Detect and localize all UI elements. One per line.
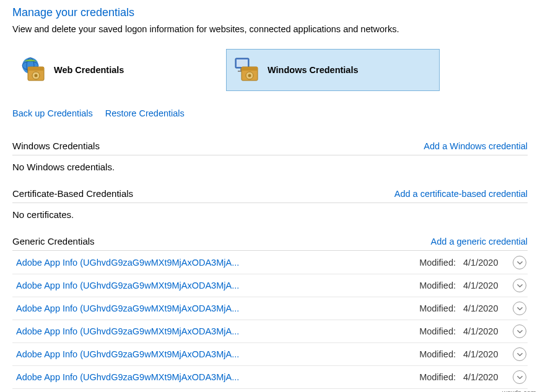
section-generic-credentials: Generic Credentials Add a generic creden… bbox=[12, 236, 528, 389]
expand-credential-button[interactable] bbox=[513, 370, 526, 384]
credential-date: 4/1/2020 bbox=[463, 372, 504, 382]
chevron-down-icon bbox=[516, 328, 523, 335]
generic-credential-list: Adobe App Info (UGhvdG9zaG9wMXt9MjAxODA3… bbox=[12, 251, 528, 389]
backup-credentials-link[interactable]: Back up Credentials bbox=[12, 108, 93, 118]
svg-rect-12 bbox=[242, 67, 258, 71]
svg-rect-4 bbox=[28, 67, 44, 71]
add-windows-credential-link[interactable]: Add a Windows credential bbox=[424, 141, 528, 151]
chevron-down-icon bbox=[516, 259, 523, 266]
credential-date: 4/1/2020 bbox=[463, 349, 504, 359]
chevron-down-icon bbox=[516, 374, 523, 381]
expand-credential-button[interactable] bbox=[513, 256, 526, 269]
tab-web-label: Web Credentials bbox=[54, 65, 124, 75]
credential-row: Adobe App Info (UGhvdG9zaG9wMXt9MjAxODA3… bbox=[12, 366, 528, 389]
tab-row: Web Credentials Windows Credentials bbox=[12, 49, 528, 91]
chevron-down-icon bbox=[516, 351, 523, 358]
credential-row: Adobe App Info (UGhvdG9zaG9wMXt9MjAxODA3… bbox=[12, 343, 528, 366]
section-generic-title: Generic Credentials bbox=[12, 236, 95, 246]
svg-point-6 bbox=[35, 74, 38, 77]
cert-credentials-empty: No certificates. bbox=[12, 203, 528, 220]
credential-row: Adobe App Info (UGhvdG9zaG9wMXt9MjAxODA3… bbox=[12, 274, 528, 297]
tab-windows-credentials[interactable]: Windows Credentials bbox=[226, 49, 440, 91]
section-windows-title: Windows Credentials bbox=[12, 141, 100, 151]
credential-modified-label: Modified: bbox=[419, 326, 456, 336]
credential-name[interactable]: Adobe App Info (UGhvdG9zaG9wMXt9MjAxODA3… bbox=[16, 349, 414, 359]
credential-row: Adobe App Info (UGhvdG9zaG9wMXt9MjAxODA3… bbox=[12, 297, 528, 320]
credential-row: Adobe App Info (UGhvdG9zaG9wMXt9MjAxODA3… bbox=[12, 251, 528, 274]
credential-modified-label: Modified: bbox=[419, 303, 456, 313]
chevron-down-icon bbox=[516, 305, 523, 312]
expand-credential-button[interactable] bbox=[513, 279, 526, 292]
tab-windows-label: Windows Credentials bbox=[268, 65, 359, 75]
add-cert-credential-link[interactable]: Add a certificate-based credential bbox=[394, 189, 528, 199]
credential-date: 4/1/2020 bbox=[463, 258, 504, 268]
credential-name[interactable]: Adobe App Info (UGhvdG9zaG9wMXt9MjAxODA3… bbox=[16, 372, 414, 382]
credential-date: 4/1/2020 bbox=[463, 326, 504, 336]
credential-modified-label: Modified: bbox=[419, 281, 456, 290]
expand-credential-button[interactable] bbox=[513, 302, 526, 315]
credential-name[interactable]: Adobe App Info (UGhvdG9zaG9wMXt9MjAxODA3… bbox=[16, 303, 414, 313]
expand-credential-button[interactable] bbox=[513, 324, 526, 338]
watermark: wsxdn.com bbox=[502, 389, 536, 392]
restore-credentials-link[interactable]: Restore Credentials bbox=[105, 108, 185, 118]
svg-point-14 bbox=[248, 74, 251, 77]
expand-credential-button[interactable] bbox=[513, 347, 526, 361]
credential-name[interactable]: Adobe App Info (UGhvdG9zaG9wMXt9MjAxODA3… bbox=[16, 258, 414, 268]
windows-credentials-icon bbox=[233, 56, 261, 84]
credential-date: 4/1/2020 bbox=[463, 281, 504, 290]
section-cert-title: Certificate-Based Credentials bbox=[12, 188, 133, 199]
section-windows-credentials: Windows Credentials Add a Windows creden… bbox=[12, 141, 528, 172]
credential-modified-label: Modified: bbox=[419, 258, 456, 268]
windows-credentials-empty: No Windows credentials. bbox=[12, 155, 528, 172]
section-cert-credentials: Certificate-Based Credentials Add a cert… bbox=[12, 188, 528, 220]
add-generic-credential-link[interactable]: Add a generic credential bbox=[431, 237, 528, 246]
credential-row: Adobe App Info (UGhvdG9zaG9wMXt9MjAxODA3… bbox=[12, 320, 528, 343]
page-subtitle: View and delete your saved logon informa… bbox=[12, 24, 528, 34]
credential-date: 4/1/2020 bbox=[463, 303, 504, 313]
page-title: Manage your credentials bbox=[12, 6, 528, 19]
credential-name[interactable]: Adobe App Info (UGhvdG9zaG9wMXt9MjAxODA3… bbox=[16, 281, 414, 290]
credential-modified-label: Modified: bbox=[419, 372, 456, 382]
tab-web-credentials[interactable]: Web Credentials bbox=[12, 49, 226, 91]
action-link-row: Back up Credentials Restore Credentials bbox=[12, 108, 528, 118]
web-credentials-icon bbox=[19, 56, 48, 84]
credential-modified-label: Modified: bbox=[419, 349, 456, 359]
credential-name[interactable]: Adobe App Info (UGhvdG9zaG9wMXt9MjAxODA3… bbox=[16, 326, 414, 336]
chevron-down-icon bbox=[516, 282, 523, 289]
svg-rect-8 bbox=[237, 59, 248, 67]
